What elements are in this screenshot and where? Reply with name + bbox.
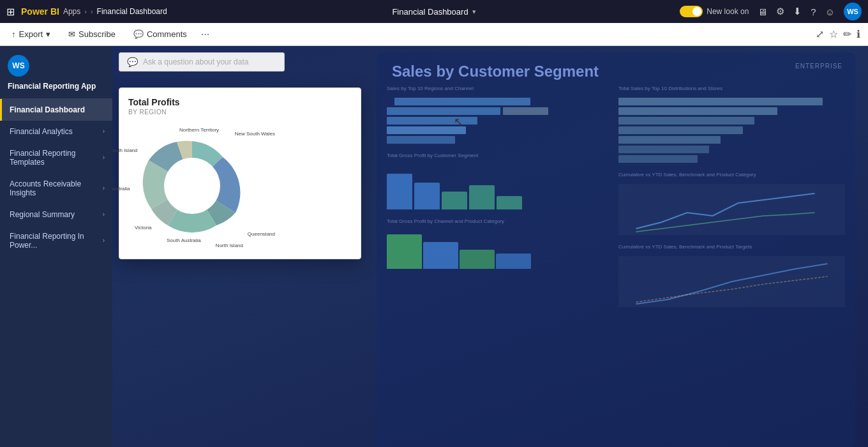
sidebar-templates-label: Financial Reporting Templates <box>10 149 103 167</box>
chevron-down-icon[interactable]: ▾ <box>472 8 476 16</box>
new-look-toggle[interactable] <box>680 6 703 17</box>
sidebar-item-dashboard[interactable]: Financial Dashboard <box>0 99 112 121</box>
donut-chart: Northern Territory New South Wales Weste… <box>128 122 256 250</box>
sidebar-receivable-label: Accounts Receivable Insights <box>10 179 103 197</box>
qa-placeholder: Ask a question about your data <box>143 57 248 66</box>
sub-toolbar: ↑ Export ▾ ✉ Subscribe 💬 Comments ··· ⤢ … <box>0 23 868 46</box>
help-icon[interactable]: ? <box>811 6 816 17</box>
content-area: Sales by Customer Segment ENTERPRISE Sal… <box>112 46 868 447</box>
sidebar-dashboard-label: Financial Dashboard <box>10 105 105 114</box>
expand-icon[interactable]: ⤢ <box>816 28 824 40</box>
qa-icon: 💬 <box>127 57 138 67</box>
top-bar: ⊞ Power BI Apps › › Financial Dashboard … <box>0 0 868 23</box>
label-westaus: Western Australia <box>112 186 130 192</box>
email-icon: ✉ <box>68 29 75 39</box>
sidebar-item-templates[interactable]: Financial Reporting Templates › <box>0 142 112 173</box>
subscribe-button[interactable]: ✉ Subscribe <box>64 27 119 42</box>
export-button[interactable]: ↑ Export ▾ <box>8 27 54 42</box>
chevron-right-icon: › <box>103 128 105 135</box>
qa-bar[interactable]: 💬 Ask a question about your data <box>119 52 285 72</box>
sidebar-item-regional[interactable]: Regional Summary › <box>0 204 112 225</box>
chevron-right-icon-5: › <box>103 237 105 244</box>
sidebar: WS Financial Reporting App Financial Das… <box>0 46 112 447</box>
label-southaus: South Australia <box>167 238 201 243</box>
sidebar-powerbi-label: Financial Reporting In Power... <box>10 232 103 250</box>
sidebar-app-name: Financial Reporting App <box>8 82 105 92</box>
export-chevron-icon: ▾ <box>46 29 50 39</box>
sidebar-app-header: WS Financial Reporting App <box>0 46 112 99</box>
breadcrumb-sep-1: › <box>84 8 87 15</box>
emoji-icon[interactable]: ☺ <box>825 6 835 17</box>
export-icon: ↑ <box>11 29 16 39</box>
breadcrumb-apps[interactable]: Apps <box>63 7 80 16</box>
tooltip-title: Total Profits <box>128 97 352 107</box>
header-title: Financial Dashboard <box>392 7 468 17</box>
main-layout: WS Financial Reporting App Financial Das… <box>0 46 868 447</box>
export-label: Export <box>19 29 43 39</box>
sidebar-regional-label: Regional Summary <box>10 210 103 219</box>
sidebar-item-analytics[interactable]: Financial Analytics › <box>0 121 112 142</box>
chevron-right-icon-4: › <box>103 211 105 218</box>
toggle-label: New look on <box>707 7 749 16</box>
more-options-button[interactable]: ··· <box>201 29 209 40</box>
download-icon[interactable]: ⬇ <box>793 6 802 17</box>
chevron-right-icon-3: › <box>103 185 105 192</box>
chevron-right-icon-2: › <box>103 154 105 161</box>
avatar[interactable]: WS <box>844 3 862 20</box>
label-northern: Northern Territory <box>179 127 219 133</box>
comments-button[interactable]: 💬 Comments <box>130 27 191 42</box>
label-northisland: North Island <box>216 243 243 248</box>
favorite-icon[interactable]: ☆ <box>829 28 838 40</box>
edit-icon[interactable]: ✏ <box>843 28 851 40</box>
sidebar-item-powerbi[interactable]: Financial Reporting In Power... › <box>0 225 112 256</box>
comments-label: Comments <box>147 29 187 39</box>
subscribe-label: Subscribe <box>79 29 116 39</box>
breadcrumb-sep-2: › <box>91 8 93 15</box>
svg-point-0 <box>164 158 220 214</box>
settings-icon[interactable]: ⚙ <box>776 6 784 17</box>
comment-icon: 💬 <box>133 29 144 39</box>
monitor-icon[interactable]: 🖥 <box>758 6 767 17</box>
label-queensland: Queensland <box>248 231 275 237</box>
donut-area: Northern Territory New South Wales Weste… <box>128 122 352 250</box>
sidebar-analytics-label: Financial Analytics <box>10 127 103 136</box>
breadcrumb-dashboard[interactable]: Financial Dashboard <box>97 7 167 16</box>
tooltip-subtitle: BY REGION <box>128 109 352 116</box>
grid-icon: ⊞ <box>6 6 15 18</box>
powerbi-logo: Power BI <box>21 6 59 17</box>
sidebar-item-receivable[interactable]: Accounts Receivable Insights › <box>0 173 112 204</box>
label-victoria: Victoria <box>135 225 152 231</box>
sidebar-avatar: WS <box>8 55 29 77</box>
info-icon[interactable]: ℹ <box>857 28 860 40</box>
tooltip-card: Total Profits BY REGION <box>119 87 361 259</box>
label-nsw: New South Wales <box>235 131 275 137</box>
label-southisland: South Island <box>112 148 137 153</box>
